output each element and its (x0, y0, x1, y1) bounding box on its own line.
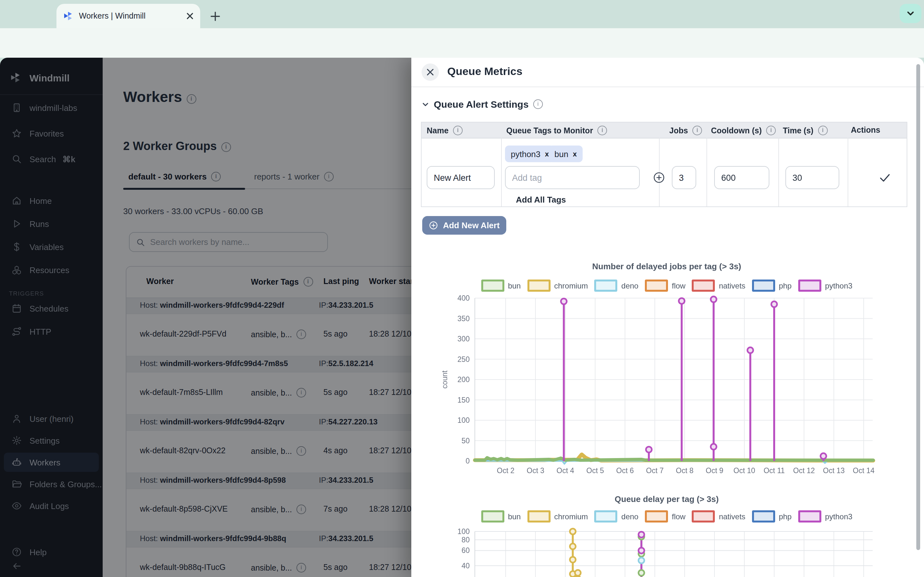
legend-item-nativets[interactable]: nativets (692, 279, 746, 292)
alert-name-input[interactable]: New Alert (427, 166, 495, 189)
svg-text:Oct 10: Oct 10 (733, 466, 755, 475)
info-icon: i (692, 126, 702, 135)
alert-table-header: Namei Queue Tags to Monitori Jobsi Coold… (422, 122, 907, 139)
legend-item-python3[interactable]: python3 (798, 279, 852, 292)
legend-label: nativets (719, 512, 746, 521)
legend-label: nativets (719, 281, 746, 290)
queue-delay-chart: 100806040 (417, 524, 917, 577)
legend-swatch (527, 279, 550, 292)
windmill-favicon-icon (63, 11, 73, 21)
svg-text:350: 350 (457, 314, 470, 323)
legend-swatch (752, 510, 775, 522)
drawer-divider (411, 87, 924, 87)
svg-text:Oct 13: Oct 13 (823, 466, 845, 475)
new-tab-button[interactable] (207, 8, 223, 24)
add-new-alert-button[interactable]: Add New Alert (422, 216, 506, 235)
svg-text:Oct 3: Oct 3 (527, 466, 544, 475)
legend-swatch (798, 279, 821, 292)
svg-text:250: 250 (457, 355, 470, 364)
legend-item-bun[interactable]: bun (481, 510, 521, 522)
jobs-input[interactable]: 3 (672, 166, 696, 189)
tag-chip-bun[interactable]: bunx (549, 145, 583, 162)
info-icon: i (818, 126, 827, 135)
legend-label: php (779, 512, 792, 521)
close-drawer-button[interactable] (422, 63, 439, 81)
svg-text:60: 60 (461, 546, 470, 554)
info-icon: i (453, 126, 463, 135)
queue-metrics-drawer: Queue Metrics Queue Alert Settings i Nam… (411, 58, 924, 577)
drawer-title: Queue Metrics (447, 65, 522, 78)
add-tag-input[interactable]: Add tag (505, 166, 640, 189)
legend-item-flow[interactable]: flow (645, 279, 686, 292)
legend-swatch (645, 279, 668, 292)
column-divider (501, 138, 502, 206)
alert-settings-table: Namei Queue Tags to Monitori Jobsi Coold… (421, 122, 907, 207)
legend-item-flow[interactable]: flow (645, 510, 686, 522)
legend-item-python3[interactable]: python3 (798, 510, 852, 522)
svg-text:Oct 5: Oct 5 (586, 466, 604, 475)
legend-label: python3 (825, 512, 852, 521)
tab-list-chevron-button[interactable] (900, 4, 921, 23)
legend-swatch (481, 510, 504, 522)
svg-text:Oct 11: Oct 11 (764, 466, 785, 475)
time-input[interactable]: 30 (785, 166, 839, 189)
legend-item-php[interactable]: php (752, 510, 792, 522)
chart2-title: Queue delay per tag (> 3s) (417, 494, 917, 504)
chart1-title: Number of delayed jobs per tag (> 3s) (417, 261, 917, 271)
svg-text:Oct 2: Oct 2 (497, 466, 515, 475)
legend-label: chromium (554, 281, 588, 290)
legend-label: deno (622, 281, 638, 290)
legend-item-deno[interactable]: deno (594, 279, 638, 292)
tag-chip-python3[interactable]: python3x (505, 145, 555, 162)
column-divider (706, 138, 707, 206)
chart1-legend: bunchromiumdenoflownativetsphppython3 (417, 279, 917, 292)
legend-swatch (692, 279, 715, 292)
legend-swatch (692, 510, 715, 522)
legend-swatch (594, 279, 618, 292)
legend-swatch (594, 510, 618, 522)
legend-label: bun (508, 281, 521, 290)
svg-text:Oct 8: Oct 8 (676, 466, 694, 475)
column-divider (848, 138, 848, 206)
info-icon: i (766, 126, 776, 135)
legend-swatch (645, 510, 668, 522)
add-all-tags-link[interactable]: Add All Tags (516, 195, 566, 205)
queue-alert-settings-section[interactable]: Queue Alert Settings i (422, 99, 543, 110)
cooldown-input[interactable]: 600 (714, 166, 769, 189)
remove-tag-icon[interactable]: x (545, 150, 549, 158)
legend-item-deno[interactable]: deno (594, 510, 638, 522)
legend-label: bun (508, 512, 521, 521)
legend-item-nativets[interactable]: nativets (692, 510, 746, 522)
svg-text:Oct 7: Oct 7 (646, 466, 664, 475)
browser-window: Workers | Windmill app.windmill.dev/work… (0, 0, 924, 577)
legend-label: chromium (554, 512, 588, 521)
legend-item-bun[interactable]: bun (481, 279, 521, 292)
svg-text:200: 200 (457, 376, 470, 384)
svg-text:Oct 6: Oct 6 (616, 466, 634, 475)
legend-item-php[interactable]: php (752, 279, 792, 292)
drawer-backdrop[interactable] (0, 58, 411, 577)
legend-label: deno (622, 512, 638, 521)
svg-text:40: 40 (461, 562, 470, 570)
svg-text:150: 150 (457, 396, 470, 404)
svg-text:100: 100 (457, 416, 470, 424)
svg-text:100: 100 (457, 527, 470, 536)
remove-tag-icon[interactable]: x (573, 150, 577, 158)
info-icon: i (598, 126, 607, 135)
svg-text:Oct 9: Oct 9 (706, 466, 724, 475)
drawer-scrollbar[interactable] (916, 64, 920, 550)
browser-tab[interactable]: Workers | Windmill (57, 4, 200, 28)
info-icon[interactable]: i (533, 99, 543, 109)
svg-text:Oct 4: Oct 4 (557, 466, 574, 475)
legend-swatch (527, 510, 550, 522)
tab-close-icon[interactable] (186, 12, 194, 20)
legend-item-chromium[interactable]: chromium (527, 279, 588, 292)
svg-text:0: 0 (465, 457, 470, 465)
legend-label: flow (672, 281, 686, 290)
confirm-alert-icon[interactable] (879, 171, 891, 184)
browser-tab-strip: Workers | Windmill (0, 0, 924, 28)
page-content: Windmill windmill-labs Favorites Search … (0, 58, 924, 577)
svg-text:400: 400 (457, 294, 470, 302)
legend-item-chromium[interactable]: chromium (527, 510, 588, 522)
add-tag-plus-icon[interactable] (653, 171, 666, 184)
